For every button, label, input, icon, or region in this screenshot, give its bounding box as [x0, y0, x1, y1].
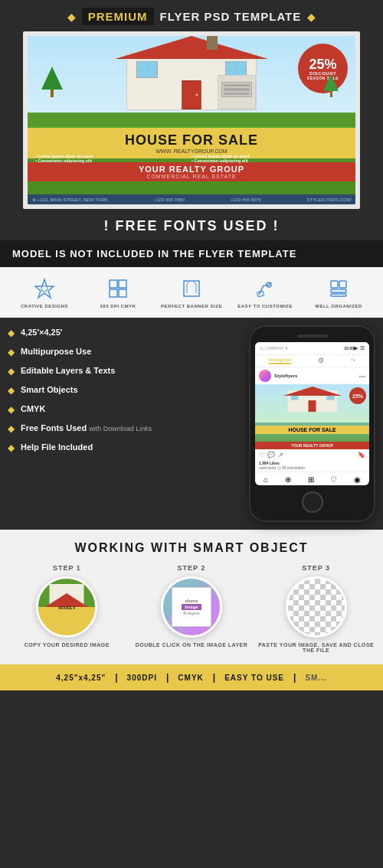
bullet-fonts-icon: ◆ [8, 423, 15, 434]
ig-action-bar: ♡ 💬 ↗ 🔖 [255, 449, 369, 461]
phone-outer: ⓪ COMPANY ▼ 15:09 ▶☰ Instagram ⓘ ↑↓ St [249, 325, 375, 522]
svg-rect-12 [339, 281, 346, 288]
step1-image: HOUSE F [38, 579, 95, 635]
discount-percent: 25% [309, 57, 336, 71]
step3-circle [286, 576, 347, 638]
customize-icon [253, 276, 277, 301]
dpi-icon [106, 276, 130, 301]
spec-layers: ◆ Editable Layers & Texts [8, 364, 241, 378]
phone-home-button [302, 491, 323, 513]
flyer-phone1: +123 456 7890 [154, 197, 185, 202]
bullet-layers-icon: ◆ [8, 366, 15, 377]
customize-label: EASY TO CUSTOMIZE [237, 304, 293, 308]
ig-post-image: 25% HOUSE FOR SALE YOUR REALTY GROUP [255, 384, 369, 449]
spec-size: ◆ 4,25'×4,25' [8, 325, 241, 340]
flyer-address: ⊕ +123, MAIN STREET, NEW YORK [32, 197, 108, 202]
ig-heart-nav-icon: ♡ [330, 475, 337, 484]
ribbon-text: MODEL IS NOT INCLUDED IN THE FLYER TEMPL… [12, 248, 371, 259]
svg-rect-13 [331, 289, 346, 292]
svg-rect-4 [110, 289, 117, 297]
ig-profile-icon: ◉ [354, 475, 361, 484]
ig-flyer-sale-banner: HOUSE FOR SALE [255, 426, 369, 434]
spec-fonts: ◆ Free Fonts Used with Download Links [8, 421, 241, 436]
dpi-label: 300 DPI CMYK [100, 304, 136, 308]
ig-more-icon: ••• [359, 373, 365, 380]
tree-left [41, 67, 63, 97]
step2-circle: eleme Image B·ckgrou [161, 576, 222, 638]
step-2: STEP 2 eleme Image B·ckgrou DOUBLE CLICK… [133, 564, 251, 653]
footer-divider-3: | [213, 672, 215, 683]
flyer-realty-bar: YOUR REALTY GROUP COMMERCIAL REAL ESTATE [28, 162, 355, 181]
ig-share-icon: ↗ [278, 452, 283, 458]
ig-bottom-nav: ⌂ ⊕ ⊞ ♡ ◉ [255, 472, 369, 485]
flyer-realty-name: YOUR REALTY GROUP [30, 165, 353, 174]
roof-main [115, 36, 268, 59]
ig-add-icon: ⊞ [308, 475, 314, 484]
spec-size-text: 4,25'×4,25' [21, 327, 62, 338]
footer-divider-2: | [166, 672, 169, 683]
header-title: FLYER PSD TEMPLATE [160, 10, 302, 23]
bullet-help-icon: ◆ [8, 442, 15, 453]
ig-post-header: Styleflyers ••• [255, 367, 369, 384]
free-fonts-title: ! FREE FONTS USED ! [0, 218, 383, 234]
ig-poster-name: Styleflyers [274, 374, 356, 378]
footer-cmyk: CMYK [178, 674, 203, 682]
ig-flyer-realty: YOUR REALTY GROUP [255, 442, 369, 449]
organized-icon [326, 276, 351, 301]
feature-size: PERFECT BANNER SIZE [155, 276, 228, 308]
bullet-smart-icon: ◆ [8, 385, 15, 396]
size-icon [179, 276, 204, 301]
footer-bar: 4,25"x4,25" | 300DPI | CMYK | EASY TO US… [0, 664, 383, 690]
step2-desc: DOUBLE CLICK ON THE IMAGE LAYER [136, 642, 248, 648]
svg-point-1 [41, 286, 47, 292]
step-1: STEP 1 HOUSE F COPY YOUR DESIRED IMAGE [8, 564, 126, 653]
ig-door [309, 400, 316, 412]
feature-creative: CRATIVE DESIGNS [8, 276, 81, 308]
svg-rect-5 [119, 289, 126, 297]
step1-desc: COPY YOUR DESIRED IMAGE [25, 642, 110, 648]
feature-organized: WELL ORGANIZED [302, 276, 375, 308]
ig-nav-bar: Instagram ⓘ ↑↓ [255, 355, 369, 367]
step1-label: STEP 1 [53, 564, 81, 572]
flyer-phone2: +123 456 5676 [231, 197, 261, 202]
smart-object-section: WORKING WITH SMART OBJECT STEP 1 HOUSE F… [0, 530, 383, 664]
ig-roof [283, 387, 342, 396]
spec-help-text: Help File Included [21, 442, 93, 452]
steps-row: STEP 1 HOUSE F COPY YOUR DESIRED IMAGE S… [8, 564, 375, 653]
spec-smart-text: Smart Objects [21, 384, 78, 395]
footer-dpi: 300DPI [127, 674, 157, 682]
bullet-size-icon: ◆ [8, 328, 15, 338]
ig-username-area: Styleflyers [274, 374, 356, 378]
flyer-preview: 25% DISCOUNT SEASON SALE HOUSE FOR SALE … [23, 31, 360, 209]
step2-label: STEP 2 [178, 564, 206, 572]
flyer-image: 25% DISCOUNT SEASON SALE HOUSE FOR SALE … [28, 36, 355, 204]
organized-label: WELL ORGANIZED [315, 304, 362, 308]
chimney [207, 36, 218, 50]
feature-dpi: 300 DPI CMYK [81, 276, 155, 308]
window-left [136, 61, 158, 78]
ig-discount-pct: 25% [352, 393, 363, 399]
step1-circle: HOUSE F [36, 576, 97, 638]
ig-company: ⓪ COMPANY ▼ [260, 346, 344, 351]
creative-icon [32, 276, 57, 301]
smart-object-title: WORKING WITH SMART OBJECT [8, 541, 375, 555]
premium-badge: PREMIUM [82, 8, 154, 25]
footer-easy: EASY TO USE [224, 674, 284, 682]
flyer-banner-title: HOUSE FOR SALE [32, 132, 351, 148]
flyer-contact-bar: ⊕ +123, MAIN STREET, NEW YORK +123 456 7… [28, 194, 355, 204]
ig-nav-sort: ↑↓ [351, 357, 355, 364]
main-content-area: ◆ 4,25'×4,25' ◆ Multipurpose Use ◆ Edita… [0, 318, 383, 530]
ig-comment-preview: username ⓘ 96 translation [255, 465, 369, 472]
house-body [126, 53, 257, 110]
footer-size: 4,25"x4,25" [56, 674, 106, 682]
ig-avatar [259, 370, 271, 382]
spec-multipurpose: ◆ Multipurpose Use [8, 344, 241, 359]
ig-nav-instagram: Instagram [269, 357, 291, 364]
instagram-status-bar: ⓪ COMPANY ▼ 15:09 ▶☰ [255, 342, 369, 355]
svg-marker-0 [35, 279, 54, 298]
ig-comment-icon: 💬 [267, 452, 275, 458]
free-fonts-section: ! FREE FONTS USED ! [0, 209, 383, 240]
house-door [182, 80, 201, 109]
flyer-bullets: • Lorem ipsum dolor sit amet • Consectet… [28, 152, 355, 165]
svg-rect-11 [331, 281, 338, 288]
